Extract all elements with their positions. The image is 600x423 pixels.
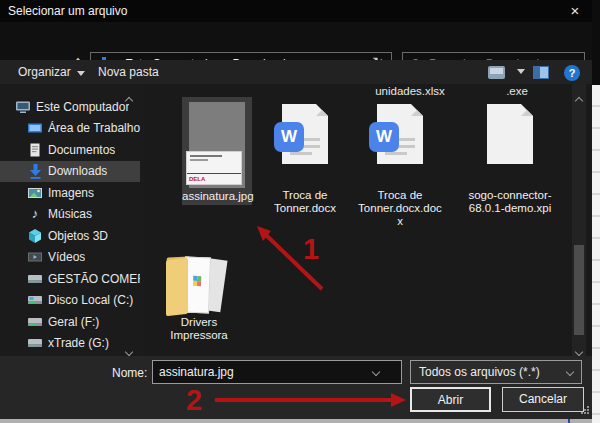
- file-label-partial[interactable]: .exe: [472, 85, 562, 97]
- open-button[interactable]: Abrir: [410, 387, 491, 412]
- sidebar-item-pictures[interactable]: Imagens: [0, 182, 140, 204]
- generic-file-icon: [487, 104, 533, 164]
- background-page-top: [592, 0, 600, 85]
- file-label-partial[interactable]: unidades.xlsx: [365, 85, 455, 97]
- sidebar-item-music[interactable]: ♪ Músicas: [0, 204, 140, 226]
- filename-input[interactable]: [153, 365, 373, 379]
- filename-dropdown-chevron-icon[interactable]: [372, 368, 380, 376]
- help-icon[interactable]: ?: [564, 65, 580, 81]
- close-icon[interactable]: ×: [562, 0, 588, 22]
- file-open-dialog-screen: Selecionar um arquivo × ← → ↑ › Este Com…: [0, 0, 600, 423]
- downloads-icon: [27, 163, 43, 179]
- sidebar-item-geral-f[interactable]: Geral (F:): [0, 311, 140, 333]
- filename-combobox[interactable]: [152, 360, 402, 384]
- network-drive-icon: [27, 314, 43, 330]
- file-list: unidades.xlsx .exe DELA assinatura.jpg: [145, 84, 570, 356]
- sidebar-item-downloads[interactable]: Downloads: [0, 161, 140, 183]
- sidebar-item-gestao-drive[interactable]: GESTÃO COMER: [0, 268, 140, 290]
- organize-button[interactable]: Organizar: [18, 65, 85, 79]
- background-page-bottom: [0, 419, 592, 423]
- scroll-up-icon[interactable]: [576, 90, 582, 108]
- cube-icon: [27, 228, 43, 244]
- dialog-title: Selecionar um arquivo: [8, 4, 127, 18]
- file-open-dialog: Selecionar um arquivo × ← → ↑ › Este Com…: [0, 0, 592, 419]
- cancel-button[interactable]: Cancelar: [502, 387, 584, 412]
- signature-card: DELA: [186, 151, 242, 185]
- network-drive-icon: [27, 271, 43, 287]
- installer-glyph: [193, 276, 201, 286]
- file-item-assinatura-jpg[interactable]: DELA assinatura.jpg: [182, 97, 252, 205]
- local-disk-icon: [27, 292, 43, 308]
- file-list-scrollbar[interactable]: [572, 84, 586, 356]
- sidebar-item-documents[interactable]: Documentos: [0, 139, 140, 161]
- folder-icon: [168, 255, 230, 315]
- file-label: assinatura.jpg: [182, 190, 252, 203]
- navigation-bar: ← → ↑ › Este Computador › Downloads ↻: [0, 22, 592, 60]
- word-badge-icon: W: [369, 122, 399, 152]
- view-dropdown-icon[interactable]: [517, 69, 525, 74]
- thumbnail-view-icon[interactable]: [488, 66, 505, 79]
- document-icon: [27, 142, 43, 158]
- resize-grip[interactable]: [581, 406, 589, 414]
- footer-bar: Nome: Todos os arquivos (*.*) Abrir Canc…: [0, 356, 592, 419]
- details-view-icon[interactable]: [533, 66, 549, 79]
- pictures-icon: [27, 185, 43, 201]
- sidebar-item-xtrade-g[interactable]: xTrade (G:): [0, 333, 140, 355]
- filename-label: Nome:: [112, 366, 147, 380]
- music-icon: ♪: [27, 206, 43, 222]
- sidebar-item-this-pc[interactable]: Este Computador: [0, 96, 140, 118]
- filetype-combobox[interactable]: Todos os arquivos (*.*): [410, 360, 582, 384]
- image-thumbnail: DELA: [189, 102, 245, 188]
- filetype-value: Todos os arquivos (*.*): [411, 365, 567, 379]
- sidebar-item-local-disk-c[interactable]: Disco Local (C:): [0, 290, 140, 312]
- sidebar-item-3d-objects[interactable]: Objetos 3D: [0, 225, 140, 247]
- command-toolbar: Organizar Nova pasta ?: [0, 60, 592, 84]
- filetype-dropdown-chevron-icon[interactable]: [566, 368, 574, 376]
- network-drive-icon: [27, 335, 43, 351]
- dialog-body: Este Computador Área de Trabalho Documen…: [0, 84, 592, 356]
- background-cursor-mark: [568, 419, 570, 423]
- sidebar-item-videos[interactable]: Vídeos: [0, 247, 140, 269]
- new-folder-button[interactable]: Nova pasta: [98, 65, 159, 79]
- thumbnail-logo-text: DELA: [189, 176, 205, 182]
- sidebar-item-desktop[interactable]: Área de Trabalho: [0, 118, 140, 140]
- background-page-right: [592, 85, 600, 423]
- computer-icon: [15, 99, 31, 115]
- organize-dropdown-icon: [77, 71, 85, 76]
- video-icon: [27, 249, 43, 265]
- navigation-sidebar: Este Computador Área de Trabalho Documen…: [0, 84, 145, 356]
- scrollbar-thumb[interactable]: [574, 245, 584, 335]
- word-badge-icon: W: [274, 122, 304, 152]
- title-bar: Selecionar um arquivo ×: [0, 0, 592, 22]
- desktop-icon: [27, 120, 43, 136]
